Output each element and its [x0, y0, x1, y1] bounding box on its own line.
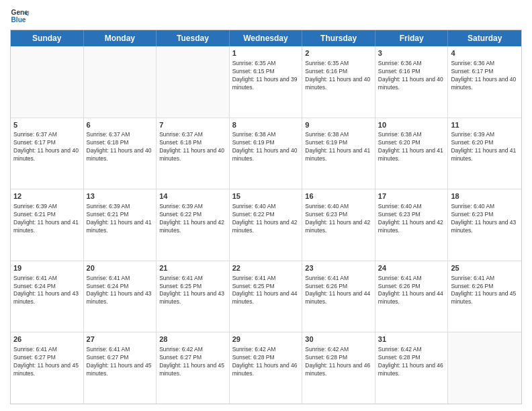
day-info: Sunrise: 6:40 AM Sunset: 6:23 PM Dayligh…	[305, 203, 372, 235]
day-number: 9	[305, 120, 372, 130]
day-info: Sunrise: 6:41 AM Sunset: 6:24 PM Dayligh…	[13, 275, 81, 307]
calendar-cell	[448, 332, 521, 404]
day-number: 2	[305, 48, 372, 58]
day-number: 16	[305, 191, 372, 201]
day-info: Sunrise: 6:37 AM Sunset: 6:18 PM Dayligh…	[159, 131, 226, 163]
day-number: 25	[451, 263, 519, 273]
calendar-cell: 27Sunrise: 6:41 AM Sunset: 6:27 PM Dayli…	[84, 332, 157, 404]
day-info: Sunrise: 6:37 AM Sunset: 6:17 PM Dayligh…	[13, 131, 81, 163]
day-number: 4	[451, 48, 519, 58]
day-info: Sunrise: 6:42 AM Sunset: 6:28 PM Dayligh…	[378, 346, 445, 378]
day-info: Sunrise: 6:41 AM Sunset: 6:26 PM Dayligh…	[305, 275, 372, 307]
day-info: Sunrise: 6:40 AM Sunset: 6:22 PM Dayligh…	[232, 203, 300, 235]
calendar-cell: 21Sunrise: 6:41 AM Sunset: 6:25 PM Dayli…	[157, 261, 230, 332]
calendar-row-4: 19Sunrise: 6:41 AM Sunset: 6:24 PM Dayli…	[11, 261, 521, 332]
day-info: Sunrise: 6:39 AM Sunset: 6:21 PM Dayligh…	[13, 203, 81, 235]
calendar-row-3: 12Sunrise: 6:39 AM Sunset: 6:21 PM Dayli…	[11, 189, 521, 261]
calendar-cell: 11Sunrise: 6:39 AM Sunset: 6:20 PM Dayli…	[448, 118, 521, 189]
calendar-cell: 5Sunrise: 6:37 AM Sunset: 6:17 PM Daylig…	[11, 118, 84, 189]
header: General Blue	[10, 7, 522, 26]
day-info: Sunrise: 6:36 AM Sunset: 6:16 PM Dayligh…	[378, 60, 445, 92]
calendar-cell	[84, 46, 157, 118]
day-info: Sunrise: 6:35 AM Sunset: 6:15 PM Dayligh…	[232, 60, 300, 92]
day-number: 27	[87, 334, 154, 345]
day-info: Sunrise: 6:41 AM Sunset: 6:26 PM Dayligh…	[378, 275, 445, 307]
calendar-cell: 30Sunrise: 6:42 AM Sunset: 6:28 PM Dayli…	[302, 332, 375, 404]
header-day-monday: Monday	[84, 30, 157, 46]
day-info: Sunrise: 6:41 AM Sunset: 6:25 PM Dayligh…	[232, 275, 300, 307]
calendar-cell: 16Sunrise: 6:40 AM Sunset: 6:23 PM Dayli…	[302, 189, 375, 261]
calendar-cell: 17Sunrise: 6:40 AM Sunset: 6:23 PM Dayli…	[375, 189, 449, 261]
calendar-cell: 26Sunrise: 6:41 AM Sunset: 6:27 PM Dayli…	[11, 332, 84, 404]
day-info: Sunrise: 6:40 AM Sunset: 6:23 PM Dayligh…	[378, 203, 445, 235]
calendar-cell: 10Sunrise: 6:38 AM Sunset: 6:20 PM Dayli…	[375, 118, 449, 189]
calendar-row-5: 26Sunrise: 6:41 AM Sunset: 6:27 PM Dayli…	[11, 332, 521, 404]
day-info: Sunrise: 6:36 AM Sunset: 6:17 PM Dayligh…	[451, 60, 519, 92]
day-info: Sunrise: 6:39 AM Sunset: 6:22 PM Dayligh…	[159, 203, 226, 235]
day-info: Sunrise: 6:42 AM Sunset: 6:28 PM Dayligh…	[232, 346, 300, 378]
day-number: 26	[13, 334, 81, 345]
day-info: Sunrise: 6:42 AM Sunset: 6:28 PM Dayligh…	[305, 346, 372, 378]
calendar-cell: 4Sunrise: 6:36 AM Sunset: 6:17 PM Daylig…	[448, 46, 521, 118]
svg-text:General: General	[11, 9, 29, 16]
header-day-thursday: Thursday	[302, 30, 375, 46]
calendar: SundayMondayTuesdayWednesdayThursdayFrid…	[10, 30, 522, 404]
day-number: 13	[87, 191, 154, 201]
day-number: 30	[305, 334, 372, 345]
calendar-cell: 14Sunrise: 6:39 AM Sunset: 6:22 PM Dayli…	[157, 189, 230, 261]
day-info: Sunrise: 6:41 AM Sunset: 6:27 PM Dayligh…	[13, 346, 81, 378]
header-day-friday: Friday	[375, 30, 449, 46]
day-number: 28	[159, 334, 226, 345]
day-info: Sunrise: 6:38 AM Sunset: 6:19 PM Dayligh…	[305, 131, 372, 163]
day-number: 20	[87, 263, 154, 273]
day-number: 8	[232, 120, 300, 130]
calendar-cell: 15Sunrise: 6:40 AM Sunset: 6:22 PM Dayli…	[230, 189, 303, 261]
calendar-cell: 2Sunrise: 6:35 AM Sunset: 6:16 PM Daylig…	[302, 46, 375, 118]
day-number: 21	[159, 263, 226, 273]
header-day-wednesday: Wednesday	[230, 30, 303, 46]
day-info: Sunrise: 6:39 AM Sunset: 6:20 PM Dayligh…	[451, 131, 519, 163]
calendar-cell: 31Sunrise: 6:42 AM Sunset: 6:28 PM Dayli…	[375, 332, 449, 404]
day-number: 18	[451, 191, 519, 201]
day-info: Sunrise: 6:41 AM Sunset: 6:26 PM Dayligh…	[451, 275, 519, 307]
calendar-cell: 29Sunrise: 6:42 AM Sunset: 6:28 PM Dayli…	[230, 332, 303, 404]
calendar-cell: 18Sunrise: 6:40 AM Sunset: 6:23 PM Dayli…	[448, 189, 521, 261]
day-info: Sunrise: 6:35 AM Sunset: 6:16 PM Dayligh…	[305, 60, 372, 92]
calendar-row-1: 1Sunrise: 6:35 AM Sunset: 6:15 PM Daylig…	[11, 46, 521, 118]
day-number: 10	[378, 120, 445, 130]
calendar-cell: 25Sunrise: 6:41 AM Sunset: 6:26 PM Dayli…	[448, 261, 521, 332]
calendar-cell: 13Sunrise: 6:39 AM Sunset: 6:21 PM Dayli…	[84, 189, 157, 261]
day-number: 29	[232, 334, 300, 345]
calendar-cell: 19Sunrise: 6:41 AM Sunset: 6:24 PM Dayli…	[11, 261, 84, 332]
calendar-cell: 28Sunrise: 6:42 AM Sunset: 6:27 PM Dayli…	[157, 332, 230, 404]
day-info: Sunrise: 6:38 AM Sunset: 6:20 PM Dayligh…	[378, 131, 445, 163]
header-day-saturday: Saturday	[448, 30, 521, 46]
calendar-cell: 9Sunrise: 6:38 AM Sunset: 6:19 PM Daylig…	[302, 118, 375, 189]
calendar-cell	[157, 46, 230, 118]
day-info: Sunrise: 6:42 AM Sunset: 6:27 PM Dayligh…	[159, 346, 226, 378]
day-number: 19	[13, 263, 81, 273]
calendar-header: SundayMondayTuesdayWednesdayThursdayFrid…	[11, 30, 521, 46]
header-day-sunday: Sunday	[11, 30, 84, 46]
day-info: Sunrise: 6:37 AM Sunset: 6:18 PM Dayligh…	[87, 131, 154, 163]
calendar-body: 1Sunrise: 6:35 AM Sunset: 6:15 PM Daylig…	[11, 46, 521, 404]
day-number: 3	[378, 48, 445, 58]
calendar-cell: 3Sunrise: 6:36 AM Sunset: 6:16 PM Daylig…	[375, 46, 449, 118]
svg-text:Blue: Blue	[11, 16, 26, 24]
day-info: Sunrise: 6:39 AM Sunset: 6:21 PM Dayligh…	[87, 203, 154, 235]
day-number: 31	[378, 334, 445, 345]
day-number: 22	[232, 263, 300, 273]
day-info: Sunrise: 6:41 AM Sunset: 6:27 PM Dayligh…	[87, 346, 154, 378]
day-number: 1	[232, 48, 300, 58]
day-number: 12	[13, 191, 81, 201]
calendar-cell	[11, 46, 84, 118]
day-number: 15	[232, 191, 300, 201]
calendar-cell: 8Sunrise: 6:38 AM Sunset: 6:19 PM Daylig…	[230, 118, 303, 189]
day-number: 23	[305, 263, 372, 273]
day-info: Sunrise: 6:41 AM Sunset: 6:25 PM Dayligh…	[159, 275, 226, 307]
day-number: 7	[159, 120, 226, 130]
calendar-cell: 23Sunrise: 6:41 AM Sunset: 6:26 PM Dayli…	[302, 261, 375, 332]
day-info: Sunrise: 6:41 AM Sunset: 6:24 PM Dayligh…	[87, 275, 154, 307]
calendar-cell: 6Sunrise: 6:37 AM Sunset: 6:18 PM Daylig…	[84, 118, 157, 189]
day-number: 24	[378, 263, 445, 273]
